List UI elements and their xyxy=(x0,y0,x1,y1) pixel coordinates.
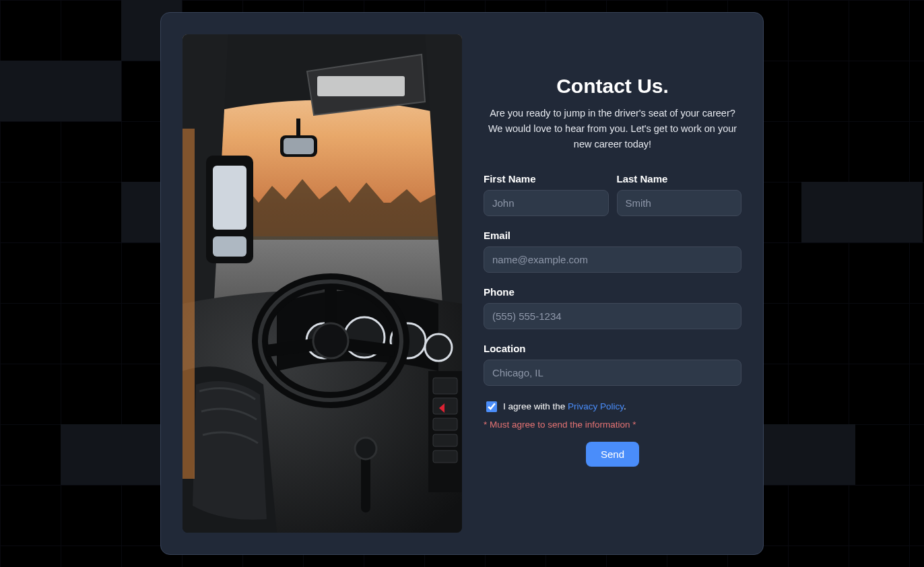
svg-rect-25 xyxy=(433,434,457,446)
send-button[interactable]: Send xyxy=(586,442,639,467)
last-name-input[interactable] xyxy=(617,190,742,216)
consent-checkbox[interactable] xyxy=(486,401,497,412)
first-name-label: First Name xyxy=(484,173,609,185)
form-lead: Are you ready to jump in the driver's se… xyxy=(484,106,741,153)
contact-modal: Contact Us. Are you ready to jump in the… xyxy=(160,12,764,555)
svg-point-29 xyxy=(355,438,376,459)
location-label: Location xyxy=(484,343,741,354)
svg-point-14 xyxy=(425,334,452,361)
last-name-label: Last Name xyxy=(617,173,742,185)
svg-point-20 xyxy=(313,323,348,358)
consent-warning: * Must agree to send the information * xyxy=(484,420,741,430)
email-label: Email xyxy=(484,230,741,241)
first-name-input[interactable] xyxy=(484,190,609,216)
contact-form: Contact Us. Are you ready to jump in the… xyxy=(484,34,741,533)
svg-rect-9 xyxy=(284,138,314,154)
consent-text: I agree with the Privacy Policy. xyxy=(503,401,626,411)
svg-rect-30 xyxy=(183,129,195,479)
svg-rect-24 xyxy=(433,418,457,430)
location-input[interactable] xyxy=(484,360,741,386)
truck-cab-image xyxy=(183,34,462,533)
privacy-policy-link[interactable]: Privacy Policy xyxy=(568,401,624,411)
svg-rect-28 xyxy=(361,452,370,512)
phone-input[interactable] xyxy=(484,303,741,329)
phone-label: Phone xyxy=(484,286,741,298)
svg-rect-23 xyxy=(433,398,457,414)
svg-rect-6 xyxy=(213,166,246,230)
svg-rect-4 xyxy=(317,76,405,96)
svg-line-18 xyxy=(267,344,319,351)
form-title: Contact Us. xyxy=(484,75,741,98)
svg-rect-26 xyxy=(433,451,457,463)
svg-rect-22 xyxy=(433,378,457,394)
email-input[interactable] xyxy=(484,246,741,273)
svg-line-19 xyxy=(343,344,395,351)
svg-rect-7 xyxy=(213,236,246,257)
